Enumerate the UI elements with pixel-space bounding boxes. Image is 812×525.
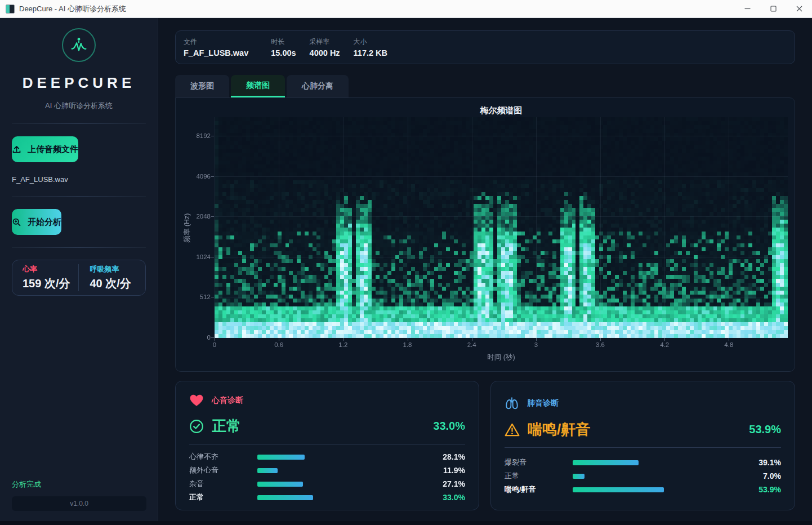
gridline-v [600, 117, 601, 338]
y-tick-label: 1024 [196, 253, 211, 260]
y-tick-label: 4096 [196, 173, 211, 180]
upload-audio-button[interactable]: 上传音频文件 [12, 136, 78, 162]
file-info-item: 大小 117.2 KB [354, 37, 387, 57]
analysis-status-text: 分析完成 [12, 479, 41, 490]
bar-label: 喘鸣/鼾音 [505, 484, 573, 495]
lung-card-title: 肺音诊断 [527, 398, 559, 408]
lung-confidence: 53.9% [749, 423, 781, 436]
bar-track [257, 455, 426, 460]
gridline-v [664, 117, 665, 338]
tab-bar: 波形图 频谱图 心肺分离 [175, 75, 349, 97]
probability-row: 正常 33.0% [189, 491, 465, 504]
y-axis-ticks: 81924096204810245120 [176, 117, 211, 338]
gridline-h [215, 337, 788, 338]
bar-fill [257, 495, 313, 500]
minimize-button[interactable] [734, 0, 760, 17]
bar-percent: 28.1% [443, 452, 465, 461]
breath-rate-value: 40 次/分 [90, 276, 146, 291]
divider [189, 444, 465, 444]
loaded-filename: F_AF_LUSB.wav [12, 175, 146, 184]
y-tick-mark [211, 176, 214, 177]
heart-confidence: 33.0% [433, 420, 465, 433]
sidebar: DEEPCURE AI 心肺听诊分析系统 上传音频文件 F_AF_LUSB.wa… [0, 18, 158, 521]
tab-waveform[interactable]: 波形图 [175, 75, 229, 97]
probability-row: 爆裂音 39.1% [505, 456, 781, 469]
analyze-button-label: 开始分析 [28, 217, 61, 228]
y-tick-label: 0 [207, 334, 211, 341]
brand-subtitle: AI 心肺听诊分析系统 [0, 101, 158, 111]
bar-track [573, 460, 742, 465]
y-tick-mark [211, 337, 214, 338]
file-info-card: 文件 F_AF_LUSB.wav 时长 15.00s 采样率 4000 Hz 大… [175, 30, 795, 64]
bar-label: 额外心音 [189, 465, 257, 475]
start-analysis-button[interactable]: 开始分析 [12, 209, 61, 235]
x-tick-mark [343, 338, 343, 341]
file-info-item: 文件 F_AF_LUSB.wav [184, 37, 248, 57]
file-info-label: 采样率 [310, 37, 340, 47]
x-tick-mark [664, 338, 665, 341]
divider [12, 247, 146, 248]
gridline-h [215, 216, 788, 217]
bar-label: 正常 [505, 471, 573, 481]
x-tick-label: 3.6 [596, 341, 605, 348]
gridline-h [215, 136, 788, 136]
bar-fill [573, 487, 664, 492]
x-tick-mark [279, 338, 279, 341]
upload-icon [12, 145, 21, 154]
y-tick-mark [211, 136, 214, 136]
brand-title: DEEPCURE [0, 74, 158, 92]
heart-card-title: 心音诊断 [212, 395, 243, 406]
gridline-h [215, 176, 788, 177]
x-tick-mark [729, 338, 729, 341]
bar-fill [257, 482, 303, 487]
bar-track [573, 487, 742, 492]
file-info-label: 文件 [184, 37, 248, 47]
lung-result: 喘鸣/鼾音 [528, 420, 590, 439]
tab-spectrogram[interactable]: 频谱图 [231, 75, 285, 97]
divider [12, 196, 146, 197]
spectrogram-canvas [215, 117, 788, 338]
bar-label: 爆裂音 [505, 457, 573, 468]
gridline-v [215, 117, 215, 338]
tab-heart-lung-separation[interactable]: 心肺分离 [287, 75, 349, 97]
file-info-label: 时长 [271, 37, 296, 47]
app-window: DeepCure - AI 心肺听诊分析系统 DEEPCURE [0, 0, 812, 525]
bar-fill [257, 468, 278, 473]
check-circle-icon [189, 419, 204, 434]
heart-rate-value: 159 次/分 [23, 276, 78, 291]
bar-fill [573, 474, 585, 479]
bar-label: 正常 [189, 492, 257, 502]
heartbeat-logo-icon [68, 34, 90, 56]
x-tick-label: 0 [213, 341, 216, 348]
main-content: 文件 F_AF_LUSB.wav 时长 15.00s 采样率 4000 Hz 大… [158, 18, 812, 521]
upload-button-label: 上传音频文件 [28, 144, 78, 155]
x-tick-mark [600, 338, 601, 341]
lungs-icon [505, 396, 519, 411]
heart-icon [189, 394, 204, 407]
heart-result: 正常 [212, 416, 241, 436]
vitals-card: 心率 159 次/分 呼吸频率 40 次/分 [12, 260, 146, 296]
file-info-value: 117.2 KB [354, 48, 387, 57]
bar-percent: 39.1% [759, 458, 781, 467]
bar-percent: 27.1% [443, 479, 465, 488]
file-info-value: F_AF_LUSB.wav [184, 48, 248, 57]
x-tick-label: 1.2 [338, 341, 347, 348]
gridline-v [343, 117, 343, 338]
close-button[interactable] [786, 0, 812, 17]
file-info-item: 时长 15.00s [271, 37, 296, 57]
x-tick-mark [215, 338, 215, 341]
file-info-label: 大小 [354, 37, 387, 47]
y-tick-label: 2048 [196, 213, 211, 220]
maximize-button[interactable] [760, 0, 786, 17]
bar-percent: 11.9% [443, 466, 465, 475]
gridline-v [472, 117, 472, 338]
heart-diagnosis-card: 心音诊断 正常 33.0% 心律不齐 28.1% 额外心音 [175, 381, 479, 510]
gridline-v [536, 117, 537, 338]
x-tick-mark [472, 338, 472, 341]
y-tick-mark [211, 216, 214, 217]
x-tick-label: 0.6 [274, 341, 283, 348]
bar-track [257, 495, 426, 500]
bar-fill [573, 460, 639, 465]
breath-rate-label: 呼吸频率 [90, 264, 146, 274]
gridline-h [215, 257, 788, 257]
